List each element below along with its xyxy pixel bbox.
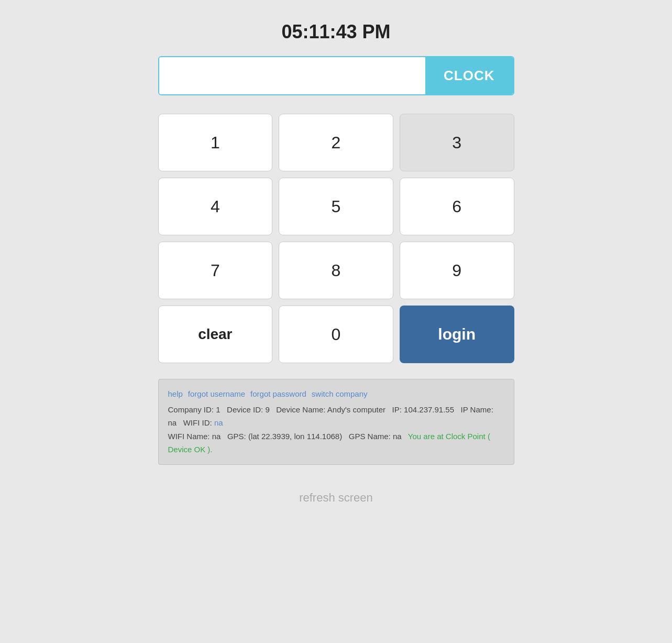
wifi-name: WIFI Name: na	[168, 432, 221, 441]
key-9-button[interactable]: 9	[400, 242, 514, 299]
device-id: Device ID: 9	[227, 405, 270, 414]
key-1-button[interactable]: 1	[158, 114, 273, 171]
forgot-password-link[interactable]: forgot password	[250, 387, 306, 401]
clear-button[interactable]: clear	[158, 306, 273, 363]
key-0-button[interactable]: 0	[279, 306, 393, 363]
time-display: 05:11:43 PM	[281, 21, 390, 43]
key-5-button[interactable]: 5	[279, 178, 393, 235]
keypad: 1 2 3 4 5 6 7 8 9 clear 0 login	[158, 114, 514, 363]
info-panel: help forgot username forgot password swi…	[158, 379, 514, 465]
forgot-username-link[interactable]: forgot username	[188, 387, 245, 401]
key-7-button[interactable]: 7	[158, 242, 273, 299]
ip: IP: 104.237.91.55	[392, 405, 454, 414]
gps: GPS: (lat 22.3939, lon 114.1068)	[227, 432, 342, 441]
switch-company-link[interactable]: switch company	[312, 387, 368, 401]
key-6-button[interactable]: 6	[400, 178, 514, 235]
key-4-button[interactable]: 4	[158, 178, 273, 235]
device-name: Device Name: Andy's computer	[276, 405, 385, 414]
key-3-button[interactable]: 3	[400, 114, 514, 171]
pin-input-container: CLOCK	[158, 56, 514, 95]
wifi-id-label: WIFI ID:	[183, 418, 212, 427]
clock-button[interactable]: CLOCK	[425, 57, 513, 94]
login-button[interactable]: login	[400, 306, 514, 363]
key-2-button[interactable]: 2	[279, 114, 393, 171]
gps-name: GPS Name: na	[349, 432, 402, 441]
key-8-button[interactable]: 8	[279, 242, 393, 299]
refresh-button[interactable]: refresh screen	[299, 491, 373, 505]
help-link[interactable]: help	[168, 387, 183, 401]
pin-input[interactable]	[159, 57, 426, 94]
company-id: Company ID: 1	[168, 405, 221, 414]
wifi-id-value[interactable]: na	[214, 418, 223, 427]
